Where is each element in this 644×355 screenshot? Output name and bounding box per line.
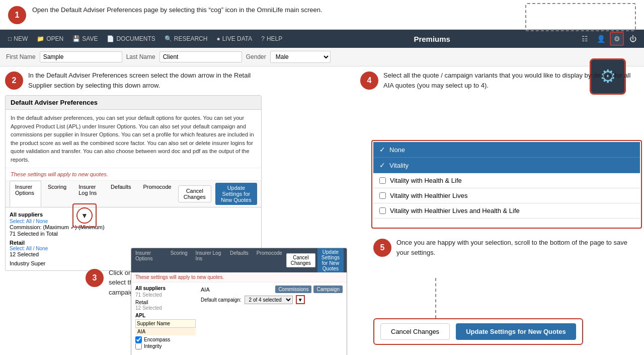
first-name-label: First Name: [6, 53, 36, 60]
variant-vitality-health[interactable]: Vitality with Health & Life: [373, 173, 640, 188]
research-icon: 🔍: [165, 35, 172, 42]
inner-screenshot-panel: Insurer Options Scoring Insurer Log Ins …: [131, 248, 347, 355]
pref-panel-note: These settings will apply to new quotes.: [6, 168, 261, 181]
form-row: First Name Last Name Gender Male Female: [0, 48, 644, 66]
nav-documents[interactable]: 📄 DOCUMENTS: [103, 33, 159, 44]
all-suppliers-section: All suppliers Select: All / None Commiss…: [10, 211, 257, 237]
step4-circle: 4: [360, 72, 378, 90]
step5-circle: 5: [373, 239, 391, 257]
inner-tab-insurer[interactable]: Insurer Options: [131, 248, 167, 272]
inner-encompass-row: Encompass: [135, 336, 196, 343]
gender-label: Gender: [246, 53, 266, 60]
inner-tab-log[interactable]: Insurer Log Ins: [192, 248, 226, 272]
nav-live-data[interactable]: ● LIVE DATA: [212, 33, 256, 44]
update-settings-button[interactable]: Update Settings for New Quotes: [215, 183, 257, 205]
nav-cog-icon[interactable]: ⚙: [610, 32, 624, 46]
inner-cancel-button[interactable]: Cancel Changes: [286, 253, 315, 267]
variant-none[interactable]: ✓ None: [373, 142, 640, 158]
inner-default-campaign-select[interactable]: 2 of 4 selected: [245, 296, 293, 304]
inner-tab-scoring[interactable]: Scoring: [167, 248, 192, 272]
inner-apl-title: APL: [135, 313, 196, 318]
inner-campaign-btn[interactable]: Campaign: [313, 286, 343, 293]
help-icon: ?: [261, 35, 265, 42]
tab-insurer-log-ins[interactable]: Insurer Log Ins: [73, 181, 104, 207]
inner-tab-defaults[interactable]: Defaults: [226, 248, 253, 272]
inner-commissions-btn[interactable]: Commissions: [275, 286, 311, 293]
first-name-input[interactable]: [40, 51, 122, 62]
nav-research[interactable]: 🔍 RESEARCH: [160, 33, 212, 44]
step2-text: In the Default Adviser Preferences scree…: [28, 70, 267, 90]
check-healthier-lives[interactable]: [379, 192, 386, 199]
variant-vitality[interactable]: ✓ Vitality: [373, 158, 640, 173]
down-arrow-indicator[interactable]: ▼: [76, 207, 93, 224]
inner-tab-promo[interactable]: Promocode: [253, 248, 286, 272]
nav-power-icon[interactable]: ⏻: [626, 32, 640, 46]
open-icon: 📁: [37, 35, 44, 42]
variant-none-label: None: [389, 146, 405, 154]
retail-title: Retail: [10, 240, 257, 246]
tab-insurer-options[interactable]: Insurer Options: [10, 181, 41, 207]
final-update-button[interactable]: Update Settings for New Quotes: [456, 323, 576, 340]
documents-icon: 📄: [107, 35, 114, 42]
inner-right-panel: AIA Commissions Campaign Default campaig…: [201, 286, 343, 349]
save-icon: 💾: [72, 35, 80, 42]
nav-open[interactable]: 📁 OPEN: [33, 33, 67, 44]
last-name-input[interactable]: [159, 51, 242, 62]
final-cancel-button[interactable]: Cancel Changes: [380, 323, 450, 340]
retail-all-link[interactable]: All: [26, 246, 32, 251]
inner-aia-row: AIA Commissions Campaign: [201, 286, 343, 293]
step5-row: 5 Once you are happy with your selection…: [373, 238, 635, 257]
nav-save[interactable]: 💾 SAVE: [68, 33, 102, 44]
inner-all-suppliers: All suppliers: [135, 286, 196, 291]
inner-retail-count: 12 Selected: [135, 305, 196, 311]
right-panel: 4 Select all the quote / campaign varian…: [352, 66, 644, 99]
pref-panel-title: Default Adviser Preferences: [6, 96, 261, 110]
new-icon: □: [8, 35, 12, 42]
suppliers-count: 71 Selected in Total: [10, 231, 257, 237]
step3-circle: 3: [86, 269, 104, 287]
select-none-link[interactable]: None: [36, 219, 48, 224]
cancel-changes-button[interactable]: Cancel Changes: [178, 185, 211, 202]
check-healthier-lives-health[interactable]: [379, 207, 386, 214]
inner-aia-name[interactable]: AIA: [135, 328, 196, 335]
commission-info: Commission: (Maximum ✓) (Minimum): [10, 224, 257, 231]
inner-default-campaign-label: Default campaign:: [201, 297, 242, 303]
select-all-link[interactable]: All: [26, 219, 32, 224]
tab-scoring[interactable]: Scoring: [42, 181, 72, 207]
step2-circle: 2: [5, 72, 23, 90]
pref-tabs: Insurer Options Scoring Insurer Log Ins …: [6, 181, 261, 207]
inner-retail-title: Retail: [135, 300, 196, 305]
inner-content: All suppliers 71 Selected Retail 12 Sele…: [131, 282, 347, 352]
live-data-icon: ●: [216, 35, 220, 42]
pref-panel-body: In the default adviser preferences, you …: [6, 110, 261, 168]
suppliers-links: Select: All / None: [10, 219, 257, 224]
variant-vitality-label: Vitality: [389, 162, 409, 169]
nav-help[interactable]: ? HELP: [257, 33, 286, 44]
inner-encompass-check[interactable]: [135, 336, 142, 343]
step4-row: 4 Select all the quote / campaign varian…: [360, 70, 636, 90]
pref-panel: Default Adviser Preferences In the defau…: [5, 95, 262, 271]
nav-columns-icon[interactable]: ☷: [578, 32, 592, 46]
inner-left-panel: All suppliers 71 Selected Retail 12 Sele…: [135, 286, 196, 349]
check-vitality-health[interactable]: [379, 177, 386, 184]
variant-healthier-lives-health[interactable]: Vitality with Healthier Lives and Health…: [373, 203, 640, 219]
gender-select[interactable]: Male Female: [270, 51, 331, 63]
inner-integrity-row: Integrity: [135, 343, 196, 349]
step5-area: 5 Once you are happy with your selection…: [373, 238, 635, 262]
tab-defaults[interactable]: Defaults: [105, 181, 136, 207]
bottom-buttons-area: Cancel Changes Update Settings for New Q…: [373, 318, 583, 345]
variant-healthier-lives[interactable]: Vitality with Healthier Lives: [373, 188, 640, 203]
inner-supplier-count: 71 Selected: [135, 292, 196, 298]
nav-user-icon[interactable]: 👤: [594, 32, 608, 46]
tab-promocode[interactable]: Promocode: [137, 181, 177, 207]
suppliers-title: All suppliers: [10, 211, 257, 218]
inner-campaign-row: Default campaign: 2 of 4 selected ▼: [201, 295, 343, 304]
inner-pref-note: These settings will apply to new quotes.: [131, 272, 347, 282]
retail-none-link[interactable]: None: [36, 246, 48, 251]
inner-integrity-check[interactable]: [135, 343, 142, 349]
nav-new[interactable]: □ NEW: [4, 33, 32, 44]
inner-update-button[interactable]: Update Settings for New Quotes: [317, 248, 344, 272]
app-title: Premiums: [287, 35, 577, 43]
inner-dropdown-arrow[interactable]: ▼: [296, 295, 305, 304]
variant-healthier-lives-label: Vitality with Healthier Lives: [390, 192, 467, 199]
